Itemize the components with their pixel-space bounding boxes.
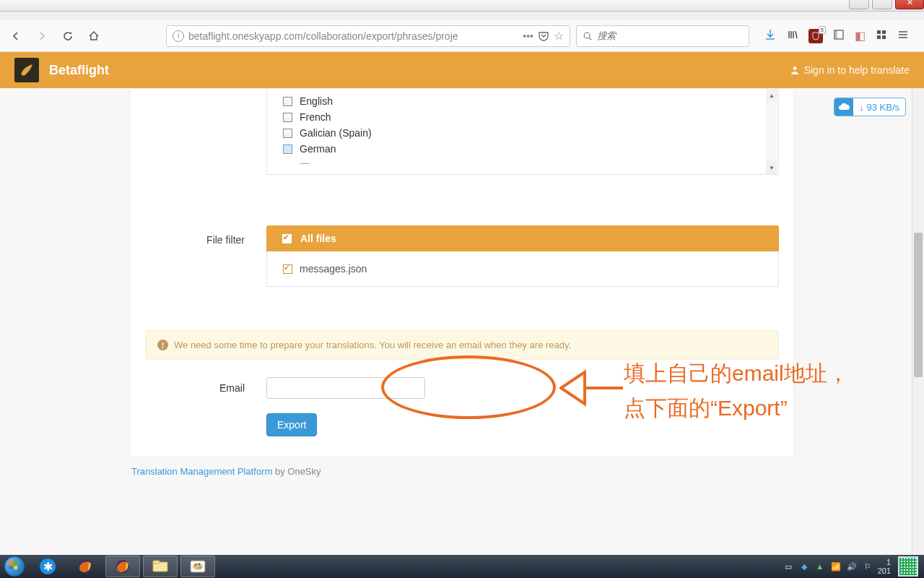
- tray-icon[interactable]: ⚐: [862, 561, 873, 572]
- email-label: Email: [145, 382, 266, 394]
- hamburger-menu-icon[interactable]: [897, 29, 909, 43]
- ublock-badge: 5: [819, 26, 826, 34]
- downloads-icon[interactable]: [764, 28, 777, 44]
- checkbox-icon[interactable]: [283, 264, 292, 274]
- language-item[interactable]: English: [267, 93, 778, 109]
- svg-rect-11: [153, 561, 160, 564]
- svg-point-7: [793, 66, 796, 70]
- tray-icon[interactable]: 📶: [830, 561, 842, 572]
- window-restore-button[interactable]: [849, 0, 869, 9]
- tray-icon[interactable]: ◆: [798, 561, 810, 572]
- sidebar-toggle-icon[interactable]: [833, 29, 845, 43]
- app-brand[interactable]: Betaflight: [49, 63, 109, 78]
- tray-icon[interactable]: ▲: [814, 561, 826, 572]
- extension-icon-2[interactable]: [876, 29, 887, 43]
- search-input[interactable]: [597, 30, 743, 41]
- url-input[interactable]: [188, 30, 518, 42]
- svg-rect-4: [882, 30, 886, 34]
- search-bar[interactable]: [576, 25, 749, 47]
- forward-button[interactable]: [32, 26, 52, 46]
- speed-value: ↓ 93 KB/s: [853, 102, 905, 113]
- url-bar[interactable]: i ••• ☆: [166, 25, 570, 47]
- back-button[interactable]: [6, 26, 26, 46]
- footer-link[interactable]: Translation Management Platform: [131, 466, 272, 477]
- taskbar-app-1[interactable]: ✱: [30, 556, 65, 577]
- betaflight-logo[interactable]: [14, 58, 39, 82]
- language-item[interactable]: German: [267, 141, 778, 157]
- ublock-icon[interactable]: 5: [808, 29, 823, 43]
- system-tray[interactable]: ▭ ◆ ▲ 📶 🔊 ⚐ 1 201: [783, 556, 924, 577]
- checkbox-icon[interactable]: [283, 113, 292, 122]
- home-button[interactable]: [84, 26, 104, 46]
- email-field[interactable]: [266, 377, 425, 399]
- svg-rect-3: [877, 30, 881, 34]
- tab-strip: [0, 12, 924, 20]
- language-scrollbar[interactable]: ▲ ▼: [766, 89, 777, 174]
- checkbox-icon[interactable]: [282, 234, 292, 243]
- scrollbar-thumb[interactable]: [914, 233, 923, 377]
- language-list[interactable]: English French Galician (Spain) German: [266, 89, 779, 175]
- app-header: Betaflight Sign in to help translate: [0, 52, 924, 88]
- export-button[interactable]: Export: [266, 413, 317, 436]
- language-item[interactable]: French: [267, 109, 778, 125]
- checkbox-icon[interactable]: [283, 144, 292, 154]
- checkbox-icon[interactable]: [283, 129, 292, 138]
- extension-icon-1[interactable]: ◧: [855, 29, 866, 43]
- page-scrollbar[interactable]: [912, 88, 924, 555]
- library-icon[interactable]: [787, 29, 798, 43]
- signin-link[interactable]: Sign in to help translate: [790, 64, 910, 76]
- window-minimize-button[interactable]: [872, 0, 892, 9]
- download-speed-widget[interactable]: ↓ 93 KB/s: [834, 98, 906, 116]
- taskbar-firefox-active[interactable]: [105, 556, 140, 577]
- page-actions-icon[interactable]: •••: [523, 30, 533, 42]
- search-icon: [583, 31, 593, 41]
- taskbar-explorer[interactable]: [143, 556, 178, 577]
- svg-point-16: [199, 567, 201, 569]
- window-close-button[interactable]: ✕: [895, 0, 924, 9]
- file-filter-header[interactable]: All files: [266, 225, 779, 251]
- file-filter-label: File filter: [145, 225, 266, 246]
- bookmark-star-icon[interactable]: ☆: [554, 29, 564, 43]
- annotation-text: 填上自己的email地址， 点下面的“Export”: [624, 356, 849, 426]
- svg-point-15: [199, 564, 200, 565]
- footer: Translation Management Platform by OneSk…: [130, 465, 794, 477]
- checkbox-icon[interactable]: [283, 97, 292, 106]
- taskbar-firefox-1[interactable]: [68, 556, 103, 577]
- qr-code[interactable]: [898, 556, 918, 577]
- start-button[interactable]: [0, 555, 29, 578]
- language-item[interactable]: Galician (Spain): [267, 125, 778, 141]
- cloud-icon: [834, 98, 853, 116]
- scroll-down-icon[interactable]: ▼: [766, 161, 777, 174]
- svg-point-0: [584, 33, 590, 38]
- svg-rect-6: [882, 35, 886, 39]
- tray-icon[interactable]: 🔊: [846, 561, 858, 572]
- info-icon: !: [157, 340, 168, 350]
- taskbar[interactable]: ✱ ▭ ◆ ▲ 📶 🔊 ⚐ 1 201: [0, 555, 924, 578]
- pocket-icon[interactable]: [538, 30, 549, 42]
- reload-button[interactable]: [58, 26, 78, 46]
- tray-icon[interactable]: ▭: [783, 561, 794, 572]
- svg-point-13: [193, 563, 203, 570]
- svg-point-14: [195, 564, 196, 566]
- user-icon: [790, 65, 800, 75]
- taskbar-paint[interactable]: [180, 556, 215, 577]
- tray-time[interactable]: 1: [878, 558, 891, 566]
- svg-rect-5: [877, 35, 881, 39]
- svg-rect-2: [834, 30, 837, 39]
- browser-nav-bar: i ••• ☆ 5 ◧: [0, 20, 924, 52]
- scroll-up-icon[interactable]: ▲: [766, 89, 777, 102]
- language-item-more: —: [267, 157, 778, 170]
- site-info-icon[interactable]: i: [173, 30, 184, 42]
- tray-date[interactable]: 201: [878, 566, 891, 575]
- file-filter-item[interactable]: messages.json: [283, 263, 762, 275]
- info-alert: ! We need some time to prepare your tran…: [145, 330, 779, 360]
